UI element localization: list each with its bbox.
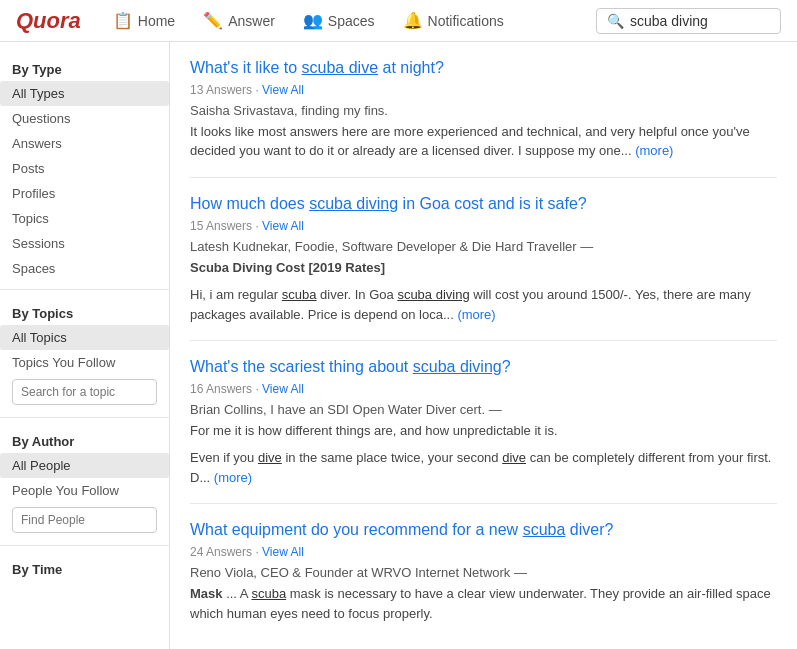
by-author-title: By Author	[0, 426, 169, 453]
result-author: Saisha Srivastava, finding my fins.	[190, 103, 777, 118]
sidebar-item-posts[interactable]: Posts	[0, 156, 169, 181]
result-body: It looks like most answers here are more…	[190, 122, 777, 161]
highlight-dive2: dive	[502, 450, 526, 465]
highlight: scuba diving	[413, 358, 502, 375]
result-title[interactable]: What's the scariest thing about scuba di…	[190, 357, 777, 378]
answer-count: 13 Answers	[190, 83, 252, 97]
results-content: What's it like to scuba dive at night? 1…	[170, 42, 797, 649]
body-text: Hi, i am regular scuba diver. In Goa scu…	[190, 285, 777, 324]
highlight-dive: dive	[258, 450, 282, 465]
nav-answer[interactable]: ✏️ Answer	[199, 11, 279, 30]
bold-line: Scuba Diving Cost [2019 Rates]	[190, 260, 385, 275]
divider-2	[0, 417, 169, 418]
people-search-input[interactable]	[12, 507, 157, 533]
result-author: Reno Viola, CEO & Founder at WRVO Intern…	[190, 565, 777, 580]
search-input[interactable]	[630, 13, 770, 29]
nav-home-label: Home	[138, 13, 175, 29]
result-body: Mask ... A scuba mask is necessary to ha…	[190, 584, 777, 623]
sidebar-item-profiles[interactable]: Profiles	[0, 181, 169, 206]
by-type-title: By Type	[0, 54, 169, 81]
sidebar-item-spaces[interactable]: Spaces	[0, 256, 169, 281]
nav-notifications-label: Notifications	[428, 13, 504, 29]
nav-spaces-label: Spaces	[328, 13, 375, 29]
spaces-icon: 👥	[303, 11, 323, 30]
result-meta: 24 Answers · View All	[190, 545, 777, 559]
answer-count: 24 Answers	[190, 545, 252, 559]
highlight: scuba diving	[309, 195, 398, 212]
divider-3	[0, 545, 169, 546]
result-meta: 15 Answers · View All	[190, 219, 777, 233]
nav-home[interactable]: 📋 Home	[109, 11, 179, 30]
quora-logo: Quora	[16, 8, 81, 34]
highlight-scuba-diving: scuba diving	[397, 287, 469, 302]
highlight-scuba3: scuba	[251, 586, 286, 601]
sidebar-item-topics-follow[interactable]: Topics You Follow	[0, 350, 169, 375]
more-link[interactable]: (more)	[214, 470, 252, 485]
answer-icon: ✏️	[203, 11, 223, 30]
result-title[interactable]: What equipment do you recommend for a ne…	[190, 520, 777, 541]
answer-count: 15 Answers	[190, 219, 252, 233]
by-topics-title: By Topics	[0, 298, 169, 325]
result-author: Latesh Kudnekar, Foodie, Software Develo…	[190, 239, 777, 254]
more-link[interactable]: (more)	[635, 143, 673, 158]
sidebar: By Type All Types Questions Answers Post…	[0, 42, 170, 649]
view-all-link[interactable]: View All	[262, 83, 304, 97]
divider-1	[0, 289, 169, 290]
mask-label: Mask	[190, 586, 223, 601]
result-item: What equipment do you recommend for a ne…	[190, 504, 777, 639]
sidebar-item-questions[interactable]: Questions	[0, 106, 169, 131]
result-item: What's the scariest thing about scuba di…	[190, 341, 777, 504]
result-item: What's it like to scuba dive at night? 1…	[190, 42, 777, 178]
bell-icon: 🔔	[403, 11, 423, 30]
sidebar-item-topics[interactable]: Topics	[0, 206, 169, 231]
search-icon: 🔍	[607, 13, 624, 29]
highlight-scuba: scuba	[282, 287, 317, 302]
result-body: Scuba Diving Cost [2019 Rates] Hi, i am …	[190, 258, 777, 325]
sidebar-item-people-follow[interactable]: People You Follow	[0, 478, 169, 503]
view-all-link[interactable]: View All	[262, 219, 304, 233]
sidebar-item-all-people[interactable]: All People	[0, 453, 169, 478]
app-header: Quora 📋 Home ✏️ Answer 👥 Spaces 🔔 Notifi…	[0, 0, 797, 42]
main-layout: By Type All Types Questions Answers Post…	[0, 42, 797, 649]
view-all-link[interactable]: View All	[262, 545, 304, 559]
result-meta: 16 Answers · View All	[190, 382, 777, 396]
body-line1: For me it is how different things are, a…	[190, 421, 777, 441]
result-title[interactable]: How much does scuba diving in Goa cost a…	[190, 194, 777, 215]
nav-spaces[interactable]: 👥 Spaces	[299, 11, 379, 30]
body-line2: Even if you dive in the same place twice…	[190, 448, 777, 487]
sidebar-item-all-topics[interactable]: All Topics	[0, 325, 169, 350]
by-time-title: By Time	[0, 554, 169, 581]
search-bar[interactable]: 🔍	[596, 8, 781, 34]
sidebar-item-all-types[interactable]: All Types	[0, 81, 169, 106]
view-all-link[interactable]: View All	[262, 382, 304, 396]
topic-search-input[interactable]	[12, 379, 157, 405]
sidebar-item-sessions[interactable]: Sessions	[0, 231, 169, 256]
nav-answer-label: Answer	[228, 13, 275, 29]
highlight: scuba dive	[302, 59, 379, 76]
answer-count: 16 Answers	[190, 382, 252, 396]
more-link[interactable]: (more)	[457, 307, 495, 322]
home-icon: 📋	[113, 11, 133, 30]
result-body: For me it is how different things are, a…	[190, 421, 777, 488]
result-item: How much does scuba diving in Goa cost a…	[190, 178, 777, 341]
result-title[interactable]: What's it like to scuba dive at night?	[190, 58, 777, 79]
result-meta: 13 Answers · View All	[190, 83, 777, 97]
result-author: Brian Collins, I have an SDI Open Water …	[190, 402, 777, 417]
nav-notifications[interactable]: 🔔 Notifications	[399, 11, 508, 30]
highlight: scuba	[523, 521, 566, 538]
sidebar-item-answers[interactable]: Answers	[0, 131, 169, 156]
